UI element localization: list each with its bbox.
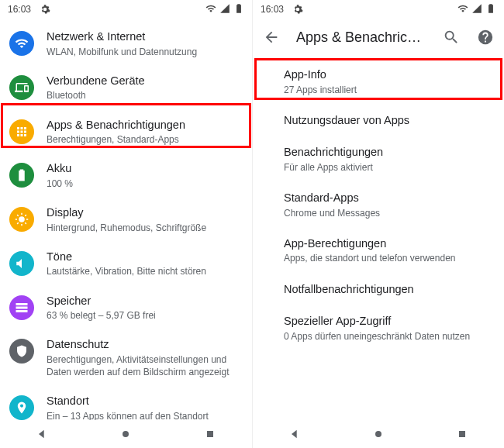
row-title: Verbundene Geräte: [47, 74, 240, 89]
nav-home-button[interactable]: [102, 428, 149, 440]
settings-row[interactable]: Netzwerk & InternetWLAN, Mobilfunk und D…: [0, 22, 252, 66]
row-title: Benachrichtigungen: [284, 145, 492, 160]
settings-row[interactable]: BenachrichtigungenFür alle Apps aktivier…: [253, 136, 504, 182]
row-title: Datenschutz: [47, 337, 240, 353]
settings-row[interactable]: Standard-AppsChrome und Messages: [253, 182, 504, 228]
settings-row[interactable]: Verbundene GeräteBluetooth: [0, 66, 252, 110]
signal-icon: [471, 3, 482, 16]
page-title: Apps & Benachrichtigu...: [296, 29, 426, 46]
row-title: Display: [47, 205, 240, 221]
status-clock: 16:03: [261, 4, 284, 15]
settings-row[interactable]: DatenschutzBerechtigungen, Aktivitätsein…: [0, 329, 252, 386]
row-subtitle: Bluetooth: [47, 89, 240, 102]
row-subtitle: Berechtigungen, Aktivitätseinstellungen …: [47, 353, 240, 378]
row-subtitle: 100 %: [47, 177, 240, 190]
row-subtitle: Apps, die standort und telefon verwenden: [284, 252, 492, 264]
wifi-icon: [9, 31, 34, 56]
row-title: Notfallbenachrichtigungen: [284, 282, 492, 298]
row-subtitle: Hintergrund, Ruhemodus, Schriftgröße: [47, 222, 240, 234]
row-title: Apps & Benachrichtigungen: [47, 118, 240, 133]
gear-icon: [288, 0, 307, 19]
battery-icon: [233, 3, 244, 16]
row-title: Standard-Apps: [284, 191, 492, 206]
row-title: Netzwerk & Internet: [47, 29, 240, 45]
apps-settings-list: App-Info27 Apps installiertNutzungsdauer…: [253, 56, 504, 420]
devices-icon: [9, 75, 34, 100]
settings-row[interactable]: TöneLautstärke, Vibration, Bitte nicht s…: [0, 242, 252, 286]
status-bar: 16:03: [0, 0, 252, 19]
settings-row[interactable]: Nutzungsdauer von Apps: [253, 105, 504, 137]
signal-icon: [219, 3, 230, 16]
row-title: Akku: [47, 161, 240, 177]
row-subtitle: WLAN, Mobilfunk und Datennutzung: [47, 46, 240, 58]
nav-back-button[interactable]: [271, 428, 318, 440]
row-title: Standort: [47, 394, 240, 409]
app-bar: Apps & Benachrichtigu...: [253, 19, 504, 56]
row-title: Spezieller App-Zugriff: [284, 314, 492, 329]
status-clock: 16:03: [8, 4, 31, 15]
settings-row[interactable]: Spezieller App-Zugriff0 Apps dürfen unei…: [253, 305, 504, 351]
status-bar: 16:03: [253, 0, 504, 19]
row-subtitle: Lautstärke, Vibration, Bitte nicht störe…: [47, 265, 240, 277]
row-subtitle: Für alle Apps aktiviert: [284, 161, 492, 174]
settings-row[interactable]: App-BerechtigungenApps, die standort und…: [253, 228, 504, 274]
help-button[interactable]: [476, 28, 495, 47]
brightness-icon: [9, 207, 34, 232]
gear-icon: [36, 0, 54, 19]
volume-icon: [9, 251, 34, 276]
battery-icon: [9, 163, 34, 188]
nav-recent-button[interactable]: [187, 428, 233, 440]
row-title: Speicher: [47, 294, 240, 309]
row-subtitle: Ein – 13 Apps können auf den Standort zu…: [47, 410, 240, 420]
row-subtitle: 27 Apps installiert: [284, 84, 492, 96]
nav-home-button[interactable]: [355, 428, 402, 440]
row-subtitle: 0 Apps dürfen uneingeschränkt Daten nutz…: [284, 330, 492, 343]
nav-bar: [0, 420, 252, 448]
storage-icon: [9, 295, 34, 320]
apps-icon: [9, 119, 34, 144]
settings-row[interactable]: Akku100 %: [0, 153, 252, 198]
row-title: Töne: [47, 250, 240, 265]
settings-row[interactable]: Apps & BenachrichtigungenBerechtigungen,…: [0, 110, 252, 154]
location-icon: [9, 395, 34, 420]
row-subtitle: Berechtigungen, Standard-Apps: [47, 133, 240, 146]
battery-icon: [485, 3, 496, 16]
row-subtitle: 63 % belegt – 5,97 GB frei: [47, 309, 240, 322]
settings-row[interactable]: Speicher63 % belegt – 5,97 GB frei: [0, 286, 252, 330]
shield-icon: [9, 339, 34, 364]
back-button[interactable]: [262, 28, 281, 47]
row-title: App-Berechtigungen: [284, 236, 492, 252]
wifi-icon: [457, 3, 468, 16]
row-title: Nutzungsdauer von Apps: [284, 113, 492, 129]
settings-row[interactable]: StandortEin – 13 Apps können auf den Sta…: [0, 386, 252, 420]
row-title: App-Info: [284, 67, 492, 83]
row-subtitle: Chrome und Messages: [284, 207, 492, 219]
wifi-icon: [205, 3, 216, 16]
settings-list: Netzwerk & InternetWLAN, Mobilfunk und D…: [0, 19, 252, 420]
apps-notifications-screen: 16:03 Apps & Benachrichtigu... App-Info2…: [252, 0, 504, 448]
settings-row[interactable]: DisplayHintergrund, Ruhemodus, Schriftgr…: [0, 198, 252, 242]
nav-bar: [253, 420, 504, 448]
nav-recent-button[interactable]: [439, 428, 485, 440]
settings-main-screen: 16:03 Netzwerk & InternetWLAN, Mobilfunk…: [0, 0, 252, 448]
settings-row[interactable]: Notfallbenachrichtigungen: [253, 274, 504, 306]
search-button[interactable]: [442, 28, 461, 47]
settings-row[interactable]: App-Info27 Apps installiert: [253, 59, 504, 105]
nav-back-button[interactable]: [19, 428, 65, 440]
